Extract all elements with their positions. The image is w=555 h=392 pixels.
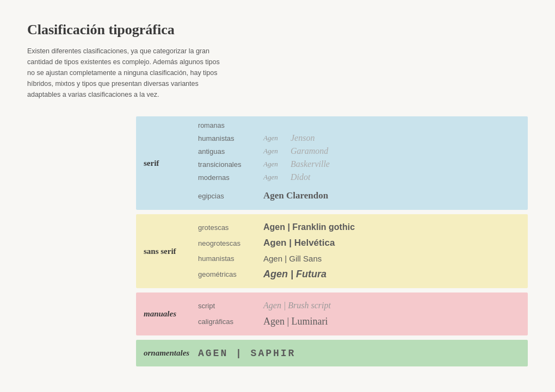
sans-humanistas-row: humanistas Agen | Gill Sans [198, 251, 520, 266]
sans-humanistas-label: humanistas [198, 254, 263, 263]
romanas-label: romanas [198, 122, 520, 129]
caligraficas-row: caligráficas Agen | Luminari [198, 313, 520, 330]
ornamentales-content: AGEN | SAPHIR [190, 340, 528, 366]
sans-serif-label: sans serif [136, 214, 190, 288]
antiguas-label: antiguas [198, 147, 263, 155]
serif-label: serif [136, 116, 190, 210]
chart-area: serif romanas humanistas Agen Jenson ant… [136, 116, 528, 366]
geometricas-label: geométricas [198, 270, 263, 278]
gill-sans-demo: Agen | Gill Sans [263, 254, 520, 263]
sans-serif-content: grotescas Agen | Franklin gothic neogrot… [190, 214, 528, 288]
grotescas-label: grotescas [198, 223, 263, 232]
geometricas-row: geométricas Agen | Futura [198, 266, 520, 283]
serif-content: romanas humanistas Agen Jenson antiguas … [190, 116, 528, 210]
sans-serif-category: sans serif grotescas Agen | Franklin got… [136, 214, 528, 288]
script-row: script Agen | Brush script [198, 298, 520, 313]
humanistas-label: humanistas [198, 134, 263, 142]
futura-demo: Agen | Futura [263, 269, 520, 280]
antiguas-font: Garamond [291, 146, 356, 156]
manuales-content: script Agen | Brush script caligráficas … [190, 293, 528, 335]
manuales-category: manuales script Agen | Brush script cali… [136, 293, 528, 335]
egipcias-demo: Agen Clarendon [263, 190, 372, 201]
humanistas-agen: Agen [263, 134, 291, 142]
transicionales-font: Baskerville [291, 159, 356, 169]
serif-category: serif romanas humanistas Agen Jenson ant… [136, 116, 528, 210]
roman-subtypes: humanistas Agen Jenson antiguas Agen Gar… [198, 132, 520, 184]
neogrotescas-label: neogrotescas [198, 239, 263, 247]
modernas-font: Didot [291, 172, 356, 182]
intro-paragraph: Existen diferentes clasificaciones, ya q… [27, 46, 223, 100]
modernas-agen: Agen [263, 173, 291, 182]
antiguas-agen: Agen [263, 147, 291, 155]
egipcias-row: egipcias Agen Clarendon [198, 184, 520, 204]
antiguas-row: antiguas Agen Garamond [198, 145, 520, 158]
neogrotescas-demo: Agen | Helvética [263, 238, 520, 248]
manuales-label: manuales [136, 293, 190, 335]
neogrotescas-row: neogrotescas Agen | Helvética [198, 235, 520, 251]
page-title: Clasificación tipográfica [27, 22, 528, 38]
modernas-label: modernas [198, 173, 263, 182]
humanistas-font: Jenson [291, 133, 356, 143]
ornamentales-category: ornamentales AGEN | SAPHIR [136, 340, 528, 366]
script-demo: Agen | Brush script [263, 301, 520, 310]
grotescas-demo: Agen | Franklin gothic [263, 222, 520, 232]
egipcias-label: egipcias [198, 192, 263, 200]
grotescas-row: grotescas Agen | Franklin gothic [198, 220, 520, 235]
transicionales-agen: Agen [263, 160, 291, 169]
humanistas-row: humanistas Agen Jenson [198, 132, 520, 145]
ornamentales-demo: AGEN | SAPHIR [198, 348, 295, 359]
caligraficas-label: caligráficas [198, 318, 263, 326]
transicionales-label: transicionales [198, 160, 263, 169]
modernas-row: modernas Agen Didot [198, 171, 520, 184]
transicionales-row: transicionales Agen Baskerville [198, 158, 520, 171]
ornamentales-label: ornamentales [136, 340, 190, 366]
script-label: script [198, 302, 263, 310]
luminari-demo: Agen | Luminari [263, 316, 520, 327]
